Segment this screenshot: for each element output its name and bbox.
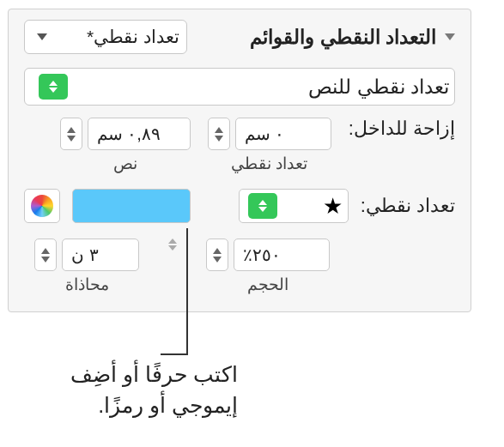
bullet-indent-stepper[interactable]	[208, 118, 230, 150]
text-indent-caption: نص	[113, 154, 137, 173]
align-stepper[interactable]	[34, 239, 57, 271]
section-title-text: التعداد النقطي والقوائم	[250, 26, 436, 49]
indent-row: إزاحة للداخل: ٠ سم تعداد نقطي ٠,٨٩ سم نص	[24, 118, 455, 173]
align-group: ٣ ن محاذاة	[34, 239, 139, 294]
color-picker-button[interactable]	[24, 189, 60, 223]
callout-text: اكتب حرفًا أو أضِف إيموجي أو رمزًا.	[6, 359, 238, 421]
bullet-char-field[interactable]: ★	[239, 189, 349, 223]
text-indent-input[interactable]: ٠,٨٩ سم	[88, 118, 191, 150]
star-icon: ★	[323, 193, 343, 220]
chevron-down-icon	[37, 33, 47, 40]
bullet-indent-input[interactable]: ٠ سم	[235, 118, 331, 150]
bullet-color-swatch[interactable]	[72, 189, 191, 223]
section-title[interactable]: التعداد النقطي والقوائم	[250, 26, 455, 49]
bullet-char-label: تعداد نقطي:	[361, 195, 455, 217]
bullet-char-dropdown-icon[interactable]	[248, 193, 277, 219]
text-bullets-value: تعداد نقطي للنص	[308, 76, 449, 99]
resize-handle-icon[interactable]	[168, 239, 177, 251]
text-indent-stepper[interactable]	[60, 118, 82, 150]
size-align-row: ٢٥٠٪ الحجم ٣ ن محاذاة	[24, 239, 455, 294]
bullets-lists-panel: التعداد النقطي والقوائم تعداد نقطي* تعدا…	[8, 9, 471, 312]
bullet-indent-caption: تعداد نقطي	[231, 154, 307, 173]
dropdown-toggle-icon[interactable]	[39, 74, 68, 100]
bullet-char-row: تعداد نقطي: ★	[24, 189, 455, 223]
indent-label: إزاحة للداخل:	[349, 118, 455, 140]
size-group: ٢٥٠٪ الحجم	[206, 239, 330, 294]
list-style-value: تعداد نقطي*	[87, 27, 179, 47]
list-style-dropdown[interactable]: تعداد نقطي*	[24, 20, 187, 54]
text-bullets-row: تعداد نقطي للنص	[24, 68, 455, 106]
disclosure-triangle-icon[interactable]	[445, 33, 455, 40]
size-stepper[interactable]	[206, 239, 228, 271]
align-input[interactable]: ٣ ن	[62, 239, 139, 271]
size-input[interactable]: ٢٥٠٪	[234, 239, 330, 271]
align-caption: محاذاة	[65, 275, 109, 294]
color-wheel-icon	[31, 195, 53, 217]
text-indent-group: ٠,٨٩ سم نص	[60, 118, 191, 173]
bullet-indent-group: ٠ سم تعداد نقطي	[208, 118, 331, 173]
text-bullets-dropdown[interactable]: تعداد نقطي للنص	[24, 68, 455, 106]
callout-leader-line	[186, 228, 188, 355]
size-caption: الحجم	[247, 275, 288, 294]
panel-header: التعداد النقطي والقوائم تعداد نقطي*	[24, 20, 455, 54]
